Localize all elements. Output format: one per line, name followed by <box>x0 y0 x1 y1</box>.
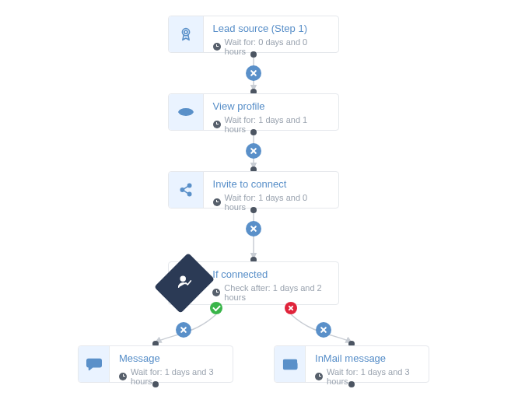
node-title: View profile <box>213 100 327 114</box>
node-inmail-message[interactable]: in InMail message Wait for: 1 days and 3… <box>274 345 429 383</box>
clock-icon <box>213 121 221 128</box>
chat-icon <box>79 346 110 382</box>
port-out <box>250 51 257 58</box>
svg-point-1 <box>184 30 187 33</box>
svg-line-6 <box>184 186 188 189</box>
share-icon <box>169 172 204 208</box>
clock-icon <box>213 198 221 206</box>
branch-false-indicator <box>285 302 297 314</box>
node-lead-source[interactable]: Lead source (Step 1) Wait for: 0 days an… <box>168 16 339 53</box>
node-title: InMail message <box>315 352 418 366</box>
condition-diamond <box>154 253 215 314</box>
clock-icon <box>212 289 220 296</box>
clock-icon <box>213 43 221 51</box>
node-title: Message <box>119 352 222 366</box>
clock-icon <box>315 373 323 380</box>
node-meta: Check after: 1 days and 2 hours <box>212 283 327 302</box>
node-message[interactable]: Message Wait for: 1 days and 3 hours <box>78 345 233 383</box>
node-meta: Wait for: 1 days and 0 hours <box>213 193 327 212</box>
delete-connector-badge[interactable] <box>246 221 261 237</box>
node-view-profile[interactable]: View profile Wait for: 1 days and 1 hour… <box>168 93 339 131</box>
delete-connector-badge[interactable] <box>246 143 261 159</box>
port-out <box>250 129 257 135</box>
eye-icon <box>169 94 204 130</box>
node-title: If connected <box>212 268 327 282</box>
svg-point-8 <box>180 276 185 281</box>
node-meta: Wait for: 1 days and 3 hours <box>315 367 418 386</box>
node-invite-to-connect[interactable]: Invite to connect Wait for: 1 days and 0… <box>168 171 339 209</box>
node-title: Invite to connect <box>213 178 327 191</box>
port-out <box>152 381 159 387</box>
branch-true-indicator <box>210 302 222 314</box>
node-if-connected[interactable]: If connected Check after: 1 days and 2 h… <box>168 261 339 305</box>
node-meta: Wait for: 0 days and 0 hours <box>213 37 327 56</box>
inmail-icon: in <box>275 346 306 382</box>
delete-connector-badge[interactable] <box>176 322 191 338</box>
delete-connector-badge[interactable] <box>246 65 261 81</box>
delete-connector-badge[interactable] <box>316 322 331 338</box>
node-meta: Wait for: 1 days and 3 hours <box>119 367 222 386</box>
port-out <box>348 381 355 387</box>
node-meta: Wait for: 1 days and 1 hours <box>213 115 327 134</box>
user-check-icon <box>176 273 193 293</box>
clock-icon <box>119 373 127 380</box>
port-out <box>250 207 257 213</box>
node-title: Lead source (Step 1) <box>213 23 327 36</box>
award-icon <box>169 16 204 52</box>
svg-line-7 <box>184 191 188 194</box>
